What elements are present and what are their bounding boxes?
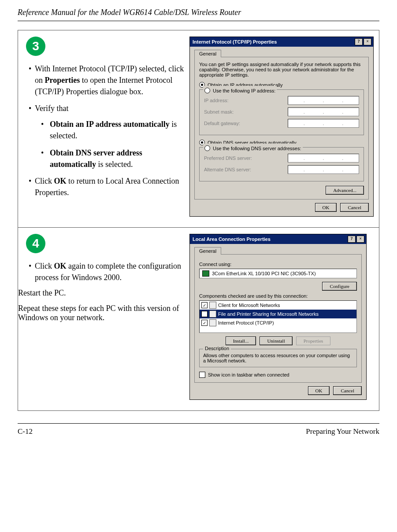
help-button[interactable]: ? — [355, 38, 363, 45]
ok-button[interactable]: OK — [308, 386, 330, 395]
checkbox-icon[interactable] — [201, 320, 208, 326]
lan-properties-dialog: Local Area Connection Properties ? × Gen… — [189, 234, 367, 400]
step3-instructions: 3 With Internet Protocol (TCP/IP) select… — [18, 30, 189, 228]
properties-button[interactable]: Properties — [296, 336, 331, 345]
dialog-title: Internet Protocol (TCP/IP) Properties — [193, 39, 277, 44]
description-heading: Description — [203, 346, 231, 351]
checkbox-icon[interactable] — [201, 302, 208, 308]
component-client[interactable]: Client for Microsoft Networks — [200, 301, 356, 310]
step4-badge: 4 — [26, 234, 45, 253]
show-icon-option[interactable]: Show icon in taskbar when connected — [199, 372, 357, 378]
step3-bullet2: Verify that Obtain an IP address automat… — [29, 103, 184, 170]
preferred-dns-input[interactable]: ... — [288, 154, 359, 163]
close-button[interactable]: × — [364, 38, 371, 45]
component-tcpip[interactable]: Internet Protocol (TCP/IP) — [200, 318, 356, 327]
components-list[interactable]: Client for Microsoft Networks File and P… — [199, 300, 357, 333]
steps-table: 3 With Internet Protocol (TCP/IP) select… — [18, 30, 379, 411]
step3-bullet3: Click OK to return to Local Area Connect… — [29, 175, 184, 198]
nic-icon — [202, 270, 209, 277]
section-title: Preparing Your Network — [306, 427, 379, 436]
radio-use-ip[interactable]: Use the following IP address: — [204, 88, 275, 93]
nic-display: 3Com EtherLink XL 10/100 PCI NIC (3C905-… — [199, 269, 357, 278]
dialog-description: You can get IP settings assigned automat… — [199, 62, 364, 78]
document-header: Reference Manual for the Model WGR614 Ca… — [18, 8, 379, 21]
subnet-input[interactable]: ... — [288, 107, 359, 116]
step3-sub1: Obtain an IP address automatically is se… — [41, 118, 184, 141]
cancel-button[interactable]: Cancel — [340, 203, 369, 212]
configure-button[interactable]: Configure — [322, 282, 357, 291]
help-button[interactable]: ? — [348, 236, 356, 243]
tcpip-properties-dialog: Internet Protocol (TCP/IP) Properties ? … — [189, 37, 374, 217]
step3-bullet1: With Internet Protocol (TCP/IP) selected… — [29, 63, 184, 97]
subnet-row: Subnet mask:... — [204, 107, 359, 116]
dialog-title: Local Area Connection Properties — [193, 236, 271, 242]
advanced-button[interactable]: Advanced... — [326, 186, 364, 195]
tab-general[interactable]: General — [194, 50, 221, 57]
component-icon — [209, 302, 216, 309]
step4-bullet1: Click OK again to complete the configura… — [29, 260, 184, 283]
step4-para1: Restart the PC. — [18, 288, 184, 298]
radio-use-dns[interactable]: Use the following DNS server addresses: — [204, 145, 301, 151]
gateway-row: Default gateway:... — [204, 119, 359, 128]
checkbox-icon[interactable] — [199, 372, 205, 378]
cancel-button[interactable]: Cancel — [333, 386, 362, 395]
step3-sub2: Obtain DNS server address automatically … — [41, 147, 184, 170]
preferred-dns-row: Preferred DNS server:... — [204, 154, 359, 163]
step4-instructions: 4 Click OK again to complete the configu… — [18, 228, 189, 410]
step4-para2: Repeat these steps for each PC with this… — [18, 304, 184, 322]
alternate-dns-row: Alternate DNS server:... — [204, 165, 359, 174]
ip-address-input[interactable]: ... — [288, 96, 359, 105]
close-button[interactable]: × — [356, 236, 364, 243]
component-icon — [209, 310, 216, 318]
install-button[interactable]: Install... — [226, 336, 256, 345]
checkbox-icon[interactable] — [201, 311, 208, 317]
tab-general[interactable]: General — [194, 247, 221, 255]
component-file-sharing[interactable]: File and Printer Sharing for Microsoft N… — [200, 310, 356, 318]
connect-using-label: Connect using: — [199, 262, 357, 267]
step3-badge: 3 — [26, 37, 45, 56]
description-text: Allows other computers to access resourc… — [203, 353, 353, 363]
page-footer: C-12 Preparing Your Network — [18, 423, 379, 436]
gateway-input[interactable]: ... — [288, 119, 359, 128]
component-icon — [209, 319, 216, 326]
components-label: Components checked are used by this conn… — [199, 293, 357, 299]
ok-button[interactable]: OK — [315, 203, 337, 212]
page-number: C-12 — [18, 427, 33, 436]
uninstall-button[interactable]: Uninstall — [260, 336, 292, 345]
alternate-dns-input[interactable]: ... — [288, 165, 359, 174]
ip-address-row: IP address:... — [204, 96, 359, 105]
